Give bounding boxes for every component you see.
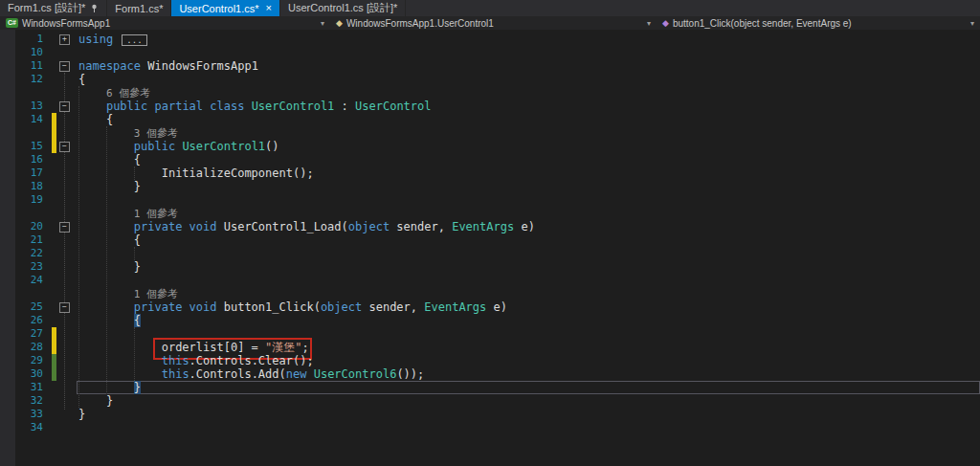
fold-margin: + bbox=[56, 33, 77, 46]
breakpoint-margin[interactable] bbox=[0, 30, 15, 466]
code-line[interactable]: 23 } bbox=[15, 260, 980, 274]
tab-usercontrol1-design[interactable]: UserControl1.cs [設計]* bbox=[280, 0, 406, 16]
fold-toggle-icon[interactable]: − bbox=[59, 142, 70, 152]
code-line[interactable]: 12{ bbox=[15, 73, 980, 86]
code-line[interactable]: 14 { bbox=[15, 113, 980, 126]
codelens-row[interactable]: 1 個參考 bbox=[15, 207, 980, 220]
code-line[interactable]: 20− private void UserControl1_Load(objec… bbox=[15, 220, 980, 233]
fold-toggle-icon[interactable]: − bbox=[59, 302, 70, 313]
fold-margin bbox=[56, 46, 77, 59]
tab-form1-design[interactable]: Form1.cs [設計]* bbox=[0, 0, 107, 16]
code-text[interactable]: } bbox=[77, 180, 980, 193]
navigation-bar: C# WindowsFormsApp1 ▾ ◆ WindowsFormsApp1… bbox=[0, 16, 980, 31]
code-text[interactable]: public partial class UserControl1 : User… bbox=[77, 100, 980, 113]
code-line[interactable]: 29 this.Controls.Clear(); bbox=[15, 354, 980, 367]
line-number: 12 bbox=[15, 73, 52, 86]
code-line[interactable]: 13− public partial class UserControl1 : … bbox=[15, 100, 980, 113]
codelens-row[interactable]: 1 個參考 bbox=[15, 287, 980, 300]
fold-toggle-icon[interactable]: − bbox=[59, 101, 70, 112]
code-text[interactable]: using ... bbox=[77, 33, 980, 46]
codelens-text[interactable]: 1 個參考 bbox=[77, 207, 980, 220]
code-text[interactable]: orderlist[0] = "漢堡"; bbox=[77, 341, 980, 354]
codelens-references[interactable]: 1 個參考 bbox=[78, 208, 178, 220]
code-line[interactable]: 21 { bbox=[15, 233, 980, 247]
code-line[interactable]: 17 InitializeComponent(); bbox=[15, 166, 980, 180]
code-line[interactable]: 10 bbox=[15, 46, 980, 59]
tab-bar: Form1.cs [設計]* Form1.cs* UserControl1.cs… bbox=[0, 0, 980, 16]
tab-form1[interactable]: Form1.cs* bbox=[107, 0, 171, 16]
code-line[interactable]: 18 } bbox=[15, 180, 980, 193]
code-text[interactable]: { bbox=[77, 314, 980, 327]
codelens-row[interactable]: 3 個參考 bbox=[15, 126, 980, 140]
codelens-references[interactable]: 6 個參考 bbox=[78, 87, 150, 100]
code-text[interactable] bbox=[77, 46, 980, 59]
tab-label: UserControl1.cs [設計]* bbox=[288, 1, 397, 15]
codelens-references[interactable]: 1 個參考 bbox=[78, 288, 178, 300]
project-dropdown[interactable]: C# WindowsFormsApp1 ▾ bbox=[0, 16, 330, 30]
code-text[interactable]: { bbox=[77, 113, 980, 126]
code-line[interactable]: 19 bbox=[15, 193, 980, 207]
line-number: 27 bbox=[15, 327, 52, 341]
code-text[interactable]: } bbox=[77, 381, 980, 394]
code-line[interactable]: 16 { bbox=[15, 153, 980, 166]
code-line[interactable]: 31 } bbox=[15, 381, 980, 394]
code-line[interactable]: 28 orderlist[0] = "漢堡"; bbox=[15, 341, 980, 354]
line-number: 32 bbox=[15, 394, 52, 408]
code-line[interactable]: 27 bbox=[15, 327, 980, 341]
code-line[interactable]: 32 } bbox=[15, 394, 980, 408]
codelens-text[interactable]: 6 個參考 bbox=[77, 86, 980, 100]
fold-toggle-icon[interactable]: − bbox=[59, 222, 70, 233]
code-text[interactable]: } bbox=[77, 408, 980, 421]
code-text[interactable] bbox=[77, 193, 980, 207]
code-text[interactable]: this.Controls.Add(new UserControl6()); bbox=[77, 367, 980, 381]
code-text[interactable] bbox=[77, 247, 980, 260]
line-number: 24 bbox=[15, 274, 52, 287]
tab-usercontrol1[interactable]: UserControl1.cs* × bbox=[171, 0, 280, 16]
code-editor[interactable]: 1+using ...1011−namespace WindowsFormsAp… bbox=[0, 30, 980, 466]
code-line[interactable]: 15− public UserControl1() bbox=[15, 140, 980, 153]
codelens-row[interactable]: 6 個參考 bbox=[15, 86, 980, 100]
line-number: 15 bbox=[15, 140, 52, 153]
code-text[interactable]: { bbox=[77, 233, 980, 247]
line-number: 19 bbox=[15, 193, 52, 207]
codelens-text[interactable]: 3 個參考 bbox=[77, 126, 980, 140]
code-line[interactable]: 34 bbox=[15, 421, 980, 434]
line-number: 14 bbox=[15, 113, 52, 126]
code-line[interactable]: 22 bbox=[15, 247, 980, 260]
code-text[interactable]: public UserControl1() bbox=[77, 140, 980, 153]
code-text[interactable] bbox=[77, 327, 980, 341]
code-line[interactable]: 25− private void button1_Click(object se… bbox=[15, 300, 980, 314]
method-icon: ◆ bbox=[662, 18, 669, 28]
code-text[interactable]: namespace WindowsFormsApp1 bbox=[77, 59, 980, 73]
vs-editor-window: { "tabs": [ {"label": "Form1.cs [設計]*", … bbox=[0, 0, 980, 466]
code-text[interactable]: { bbox=[77, 153, 980, 166]
type-dropdown[interactable]: ◆ WindowsFormsApp1.UserControl1 ▾ bbox=[330, 16, 657, 30]
code-text[interactable]: { bbox=[77, 73, 980, 86]
code-line[interactable]: 24 bbox=[15, 274, 980, 287]
code-text[interactable]: private void UserControl1_Load(object se… bbox=[77, 220, 980, 233]
fold-margin bbox=[56, 86, 77, 100]
pin-icon[interactable] bbox=[90, 4, 99, 13]
codelens-text[interactable]: 1 個參考 bbox=[77, 287, 980, 300]
class-icon: ◆ bbox=[336, 18, 343, 28]
code-text[interactable]: InitializeComponent(); bbox=[77, 166, 980, 180]
code-text[interactable]: } bbox=[77, 260, 980, 274]
fold-toggle-icon[interactable]: − bbox=[59, 61, 70, 72]
code-text[interactable] bbox=[77, 421, 980, 434]
fold-toggle-icon[interactable]: + bbox=[59, 34, 70, 45]
code-text[interactable]: } bbox=[77, 394, 980, 408]
code-line[interactable]: 11−namespace WindowsFormsApp1 bbox=[15, 59, 980, 73]
code-line[interactable]: 30 this.Controls.Add(new UserControl6())… bbox=[15, 367, 980, 381]
code-text[interactable]: private void button1_Click(object sender… bbox=[77, 300, 980, 314]
member-dropdown[interactable]: ◆ button1_Click(object sender, EventArgs… bbox=[657, 16, 980, 30]
fold-margin bbox=[56, 341, 77, 354]
close-icon[interactable]: × bbox=[266, 3, 272, 13]
codelens-references[interactable]: 3 個參考 bbox=[78, 127, 178, 140]
code-rows[interactable]: 1+using ...1011−namespace WindowsFormsAp… bbox=[15, 30, 980, 466]
code-line[interactable]: 26 { bbox=[15, 314, 980, 327]
code-text[interactable] bbox=[77, 274, 980, 287]
code-line[interactable]: 1+using ... bbox=[15, 33, 980, 46]
code-line[interactable]: 33} bbox=[15, 408, 980, 421]
fold-margin: − bbox=[56, 59, 77, 73]
code-text[interactable]: this.Controls.Clear(); bbox=[77, 354, 980, 367]
